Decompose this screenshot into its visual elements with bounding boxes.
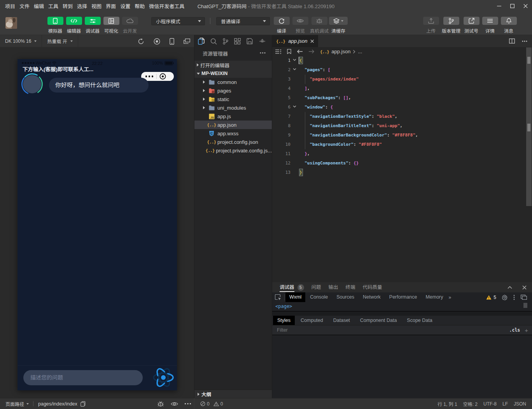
menu-10[interactable]: 帮助 (135, 2, 145, 10)
toolbar-button-可视化[interactable]: 可视化 (102, 17, 121, 34)
tree-item-app.wxss[interactable]: app.wxss (194, 129, 272, 138)
open-editors-section[interactable]: 打开的编辑器 (194, 61, 272, 69)
close-button[interactable] (519, 0, 532, 12)
menu-11[interactable]: 微信开发者工具 (149, 2, 184, 10)
code-line-9[interactable]: 9"navigationBarBackgroundColor": "#F8F8F… (272, 131, 532, 140)
wxml-node-tag[interactable]: <page> (275, 302, 532, 311)
problems-indicator[interactable]: 0 0 (200, 401, 223, 407)
code-line-11[interactable]: 11}, (272, 149, 532, 159)
menu-1[interactable]: 项目 (5, 2, 15, 10)
more-icon[interactable] (522, 40, 527, 42)
more-icon[interactable] (260, 52, 266, 54)
menu-8[interactable]: 界面 (106, 2, 116, 10)
toolbar-button-真机调试[interactable]: 真机调试 (310, 17, 329, 34)
eol-setting[interactable]: LF (502, 401, 508, 407)
page-path-select[interactable]: 页面路径 (5, 400, 29, 407)
menu-5[interactable]: 转到 (63, 2, 73, 10)
toolbar-button-调试器[interactable]: 调试器 (83, 17, 102, 34)
toolbar-button-版本管理[interactable]: 版本管理 (440, 17, 462, 34)
tree-item-app.js[interactable]: JSapp.js (194, 112, 272, 121)
toolbar-button-上传[interactable]: 上传 (422, 17, 440, 34)
question-input[interactable]: 描述您的问题 (23, 370, 143, 385)
devtools-tab-memory[interactable]: Memory (422, 292, 447, 302)
activity-teapot-icon[interactable] (259, 38, 266, 44)
panel-tab-3[interactable]: 终端 (346, 282, 355, 292)
encoding-setting[interactable]: UTF-8 (483, 401, 497, 407)
toolbar-button-模拟器[interactable]: 模拟器 (46, 17, 65, 34)
toolbar-button-编译[interactable]: 编译 (272, 17, 291, 34)
more-button[interactable] (185, 403, 191, 404)
code-line-13[interactable]: 13} (272, 168, 532, 177)
code-line-7[interactable]: 7"navigationBarTextStyle": "black", (272, 112, 532, 121)
tree-item-pages[interactable]: pages (194, 86, 272, 95)
panel-tab-1[interactable]: 问题 (312, 282, 321, 292)
user-avatar[interactable] (5, 17, 17, 29)
inspect-element-icon[interactable] (275, 294, 281, 301)
tree-item-project.config.json[interactable]: {..}project.config.json (194, 138, 272, 146)
warning-count[interactable]: 5 (486, 295, 496, 300)
breadcrumb[interactable]: {..} app.json ... (320, 49, 362, 54)
copy-icon[interactable] (80, 401, 86, 407)
devtools-tab-performance[interactable]: Performance (385, 292, 421, 302)
cursor-position[interactable]: 行 1, 列 1 (438, 400, 457, 407)
toolbar-button-测试号[interactable]: 测试号 (462, 17, 481, 34)
kebab-menu-icon[interactable] (513, 295, 515, 300)
editor-scrollbar[interactable] (526, 47, 532, 206)
fold-chevron-icon[interactable] (293, 59, 296, 61)
code-line-1[interactable]: 1{ (272, 56, 532, 65)
more-icon[interactable] (145, 75, 153, 77)
minimize-button[interactable] (492, 0, 506, 12)
activity-save-icon[interactable] (247, 38, 253, 44)
panel-tab-4[interactable]: 代码质量 (363, 282, 382, 292)
panel-tab-2[interactable]: 输出 (329, 282, 338, 292)
code-line-2[interactable]: 2"pages": [ (272, 65, 532, 75)
activity-search-icon[interactable] (210, 38, 217, 45)
project-root-section[interactable]: MP-WEIXIN (194, 69, 272, 78)
styles-tab-scope-data[interactable]: Scope Data (402, 316, 436, 325)
debug-button[interactable] (157, 401, 164, 407)
styles-tab-styles[interactable]: Styles (273, 316, 295, 325)
menu-4[interactable]: 工具 (48, 2, 58, 10)
styles-tab-computed[interactable]: Computed (296, 316, 327, 325)
multi-instance-button[interactable] (184, 38, 190, 44)
restart-button[interactable] (138, 38, 144, 45)
gear-icon[interactable] (502, 295, 508, 300)
device-select[interactable]: DK 100% 16 (0, 35, 42, 47)
code-area[interactable]: 1{2"pages": [3"pages/index/index"4],5"su… (272, 56, 532, 282)
code-line-8[interactable]: 8"navigationBarTitleText": "uni-app", (272, 121, 532, 131)
devtools-tab-network[interactable]: Network (359, 292, 385, 302)
split-editor-icon[interactable] (509, 38, 515, 44)
tree-item-uni-modules[interactable]: uni_modules (194, 103, 272, 112)
menu-2[interactable]: 文件 (19, 2, 30, 10)
forward-icon[interactable] (308, 49, 315, 54)
menu-6[interactable]: 选择 (77, 2, 87, 10)
new-style-rule-button[interactable]: + (525, 327, 528, 334)
activity-git-icon[interactable] (223, 38, 228, 45)
tab-app-json[interactable]: {..} app.json (272, 35, 318, 47)
fold-chevron-icon[interactable] (293, 105, 296, 108)
language-mode[interactable]: JSON (514, 401, 526, 407)
more-tabs-icon[interactable]: » (449, 295, 452, 300)
code-line-3[interactable]: 3"pages/index/index" (272, 75, 532, 84)
toolbar-button-详情[interactable]: 详情 (481, 17, 499, 34)
code-line-10[interactable]: 10"backgroundColor": "#F8F8F8" (272, 140, 532, 149)
toolbar-button-消息[interactable]: 消息 (499, 17, 518, 34)
styles-tab-component-data[interactable]: Component Data (356, 316, 401, 325)
panel-tab-debugger[interactable]: 调试器 (280, 282, 294, 292)
devtools-tab-wxml[interactable]: Wxml (285, 292, 305, 302)
compile-mode-select[interactable]: 普通编译 (216, 17, 270, 25)
devtools-tab-console[interactable]: Console (306, 292, 332, 302)
outline-list-icon[interactable] (275, 49, 282, 54)
back-icon[interactable] (297, 49, 303, 54)
code-line-6[interactable]: 6"window": { (272, 103, 532, 112)
wxml-tree-view[interactable]: <page> (272, 302, 532, 311)
code-line-4[interactable]: 4], (272, 84, 532, 93)
toolbar-button-清缓存[interactable]: 清缓存 (329, 17, 348, 34)
fold-chevron-icon[interactable] (293, 68, 296, 70)
activity-extensions-icon[interactable] (234, 38, 241, 45)
code-line-12[interactable]: 12"usingComponents": {} (272, 159, 532, 168)
menu-3[interactable]: 编辑 (34, 2, 44, 10)
tree-item-common[interactable]: common (194, 78, 272, 86)
close-icon[interactable] (310, 39, 314, 43)
devtools-tab-sources[interactable]: Sources (332, 292, 358, 302)
